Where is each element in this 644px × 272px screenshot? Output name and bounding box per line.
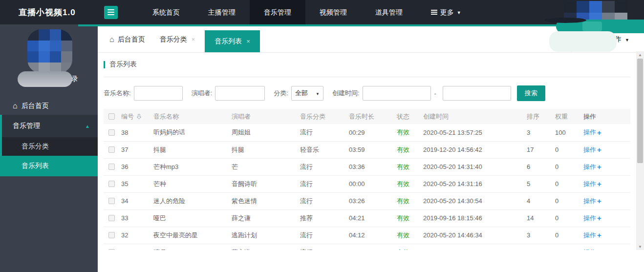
col-header-status: 状态 xyxy=(395,109,421,124)
cell-name: 迷人的危险 xyxy=(151,192,230,209)
cell-created: 2019-12-20 14:56:42 xyxy=(421,141,525,158)
scroll-up-arrow[interactable]: ▲ xyxy=(636,51,644,58)
cell-weight: 0 xyxy=(553,192,581,209)
cell-category: 流行 xyxy=(298,124,347,141)
category-select[interactable]: 全部 ▼ xyxy=(291,86,323,101)
table-row: 36 芒种mp3 芒 流行 03:36 有效 2020-05-20 14:31:… xyxy=(104,158,630,175)
search-button[interactable]: 搜索 xyxy=(517,85,545,101)
row-action-link[interactable]: 操作+ xyxy=(583,214,601,223)
sidebar-item-music-list[interactable]: 音乐列表 xyxy=(0,156,98,176)
created-time-label: 创建时间: xyxy=(332,89,360,98)
cell-id: 38 xyxy=(119,124,151,141)
range-separator: - xyxy=(434,90,436,97)
created-end-input[interactable] xyxy=(443,86,511,101)
plus-icon: + xyxy=(597,249,601,250)
cell-category: 轻音乐 xyxy=(298,141,347,158)
plus-icon: + xyxy=(597,129,601,136)
cell-duration: 04:21 xyxy=(347,209,395,227)
cell-name: 夜空中最亮的星 xyxy=(151,227,230,244)
row-action-link[interactable]: 操作+ xyxy=(583,248,601,251)
select-all-checkbox[interactable] xyxy=(108,113,115,120)
cell-category: 流行 xyxy=(298,158,347,175)
cell-category: 推荐 xyxy=(298,209,347,227)
row-action-link[interactable]: 操作+ xyxy=(583,163,601,171)
music-name-label: 音乐名称: xyxy=(104,89,131,98)
tab-music-category[interactable]: 音乐分类 × xyxy=(160,35,195,44)
cell-created: 2020-05-20 14:31:40 xyxy=(421,158,525,175)
plus-icon: + xyxy=(597,181,601,187)
col-header-duration: 音乐时长 xyxy=(347,109,395,124)
row-checkbox[interactable] xyxy=(108,215,115,221)
cell-created: 2020-05-20 14:30:54 xyxy=(421,192,525,209)
vertical-scrollbar[interactable]: ▲ ▼ xyxy=(636,51,644,250)
row-action-link[interactable]: 操作+ xyxy=(583,231,601,240)
cell-id: 35 xyxy=(119,175,151,192)
row-action-link[interactable]: 操作+ xyxy=(583,128,601,137)
music-table: 编号 音乐名称 演唱者 音乐分类 音乐时长 状态 创建时间 排序 权重 操作 xyxy=(104,109,630,250)
nav-item-prop-mgmt[interactable]: 道具管理 xyxy=(361,0,417,24)
status-badge: 有效 xyxy=(397,163,409,170)
cell-duration: 00:00 xyxy=(347,175,395,192)
nav-item-music-mgmt[interactable]: 音乐管理 xyxy=(250,0,305,24)
more-menu-icon xyxy=(431,10,437,15)
sidebar-group-music-mgmt[interactable]: 音乐管理 ▲ xyxy=(0,115,98,137)
cell-sort: 14 xyxy=(525,209,553,227)
music-name-input[interactable] xyxy=(134,86,183,101)
sidebar-toggle-button[interactable] xyxy=(104,6,118,19)
row-checkbox[interactable] xyxy=(108,146,115,153)
plus-icon: + xyxy=(597,146,601,153)
col-header-category: 音乐分类 xyxy=(298,109,347,124)
cell-category: 流行 xyxy=(298,192,347,209)
cell-weight: 0 xyxy=(553,141,581,158)
nav-item-system-home[interactable]: 系统首页 xyxy=(138,0,194,24)
cell-sort: 17 xyxy=(525,141,553,158)
cell-name: 演员 xyxy=(151,244,230,250)
cell-category: 流行 xyxy=(298,227,347,244)
chevron-down-icon: ▼ xyxy=(457,0,461,25)
row-checkbox[interactable] xyxy=(108,164,115,170)
row-action-link[interactable]: 操作+ xyxy=(583,146,601,154)
row-checkbox[interactable] xyxy=(108,181,115,187)
row-checkbox[interactable] xyxy=(108,129,115,136)
close-icon[interactable]: × xyxy=(246,38,250,45)
tab-music-list[interactable]: 音乐列表 × xyxy=(205,30,260,52)
close-icon[interactable]: × xyxy=(192,36,195,43)
cell-name: 听妈妈的话 xyxy=(151,124,230,141)
nav-item-anchor-mgmt[interactable]: 主播管理 xyxy=(194,0,250,24)
row-action-link[interactable]: 操作+ xyxy=(583,197,601,206)
table-row: 37 抖腿 抖腿 轻音乐 03:59 有效 2019-12-20 14:56:4… xyxy=(104,141,630,158)
table-header-row: 编号 音乐名称 演唱者 音乐分类 音乐时长 状态 创建时间 排序 权重 操作 xyxy=(104,109,630,124)
tab-backend-home[interactable]: ⌂ 后台首页 xyxy=(109,35,145,44)
cell-created: 2020-05-21 13:57:25 xyxy=(421,124,525,141)
plus-icon: + xyxy=(597,215,601,221)
cell-singer: 音阙诗听 xyxy=(230,175,298,192)
row-checkbox[interactable] xyxy=(108,198,115,204)
plus-icon: + xyxy=(597,198,601,204)
plus-icon: + xyxy=(597,232,601,238)
cell-category: 流行 xyxy=(298,175,347,192)
scroll-down-arrow[interactable]: ▼ xyxy=(636,243,644,250)
row-checkbox[interactable] xyxy=(108,232,115,238)
row-checkbox[interactable] xyxy=(108,249,115,250)
sidebar-item-music-category[interactable]: 音乐分类 xyxy=(0,137,98,156)
nav-item-more[interactable]: 更多 ▼ xyxy=(417,0,475,24)
singer-input[interactable] xyxy=(215,86,265,101)
cell-weight: 0 xyxy=(553,209,581,227)
home-icon: ⌂ xyxy=(13,103,18,109)
divider xyxy=(104,77,630,77)
status-badge: 有效 xyxy=(397,214,409,222)
username-suffix: 录 xyxy=(71,75,78,84)
cell-singer: 周姐姐 xyxy=(230,124,298,141)
chevron-up-icon: ▲ xyxy=(85,124,90,129)
cell-created: 2020-05-20 14:31:16 xyxy=(421,175,525,192)
status-badge: 有效 xyxy=(397,146,409,153)
nav-item-video-mgmt[interactable]: 视频管理 xyxy=(305,0,361,24)
main-nav: 系统首页 主播管理 音乐管理 视频管理 道具管理 更多 ▼ xyxy=(138,0,475,24)
sort-icon[interactable] xyxy=(136,114,142,120)
created-start-input[interactable] xyxy=(363,86,431,101)
chevron-down-icon: ▼ xyxy=(625,38,629,42)
scrollbar-thumb[interactable] xyxy=(637,59,643,163)
cell-weight: 0 xyxy=(553,175,581,192)
app-window: 直播小视频1.0 系统首页 主播管理 音乐管理 视频管理 道具管理 更多 ▼ xyxy=(0,0,644,272)
row-action-link[interactable]: 操作+ xyxy=(583,180,601,188)
